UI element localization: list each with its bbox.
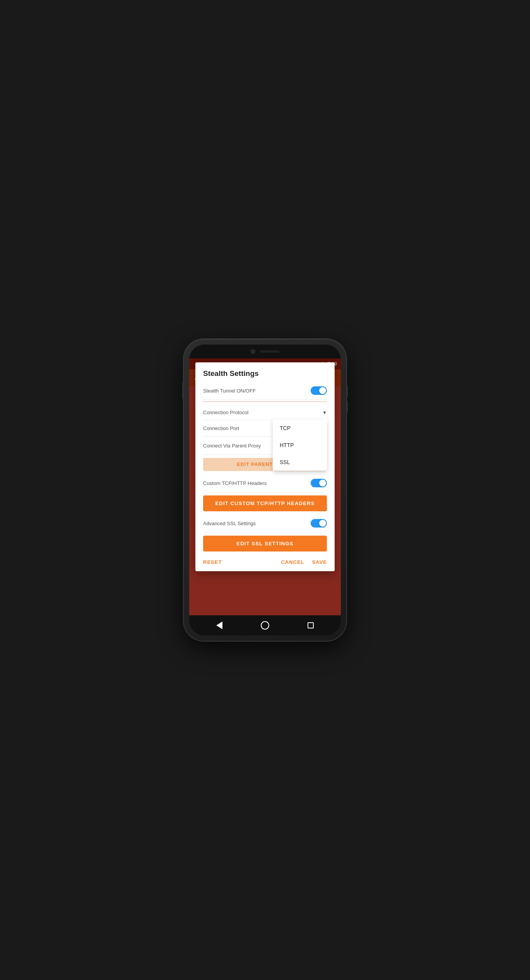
- stealth-settings-dialog: Stealth Settings Stealth Tunnel ON/OFF: [195, 362, 335, 571]
- camera-icon: [251, 349, 255, 354]
- phone-screen: ▼ H↑ 🔋 7:00 AnonyTun STEALTH SETTINGS ⋮ …: [189, 345, 341, 635]
- protocol-option-ssl[interactable]: SSL: [273, 454, 327, 471]
- bottom-navigation: [189, 615, 341, 635]
- parent-proxy-label: Connect Via Parent Proxy: [203, 443, 261, 449]
- custom-headers-label: Custom TCP/HTTP Headers: [203, 480, 267, 486]
- home-button[interactable]: [261, 621, 269, 630]
- phone-top-bar: [189, 345, 341, 359]
- protocol-option-tcp[interactable]: TCP: [273, 420, 327, 437]
- protocol-dropdown-button[interactable]: TCP HTTP SSL ▼: [322, 410, 327, 415]
- protocol-dropdown-menu: TCP HTTP SSL: [273, 420, 327, 471]
- port-label: Connection Port: [203, 425, 239, 431]
- toggle-knob-ssl: [319, 520, 326, 527]
- dialog-title: Stealth Settings: [195, 362, 335, 382]
- stealth-tunnel-toggle[interactable]: [311, 386, 327, 395]
- speaker: [260, 350, 279, 353]
- section-divider: [203, 401, 327, 402]
- dialog-footer: RESET CANCEL SAVE: [195, 555, 335, 571]
- protocol-option-http[interactable]: HTTP: [273, 437, 327, 454]
- custom-headers-toggle[interactable]: [311, 479, 327, 487]
- advanced-ssl-toggle[interactable]: [311, 519, 327, 528]
- toggle-knob: [319, 387, 326, 394]
- stealth-tunnel-row: Stealth Tunnel ON/OFF: [203, 382, 327, 400]
- connection-protocol-row: Connection Protocol TCP HTTP SSL ▼: [203, 405, 327, 420]
- volume-up-button[interactable]: [346, 386, 348, 397]
- dialog-body: Stealth Tunnel ON/OFF Connection Protoco…: [195, 382, 335, 555]
- edit-ssl-settings-button[interactable]: EDIT SSL SETTINGS: [203, 536, 327, 551]
- screen: ▼ H↑ 🔋 7:00 AnonyTun STEALTH SETTINGS ⋮ …: [189, 359, 341, 615]
- edit-custom-headers-button[interactable]: EDIT CUSTOM TCP/HTTP HEADERS: [203, 495, 327, 511]
- footer-right-buttons: CANCEL SAVE: [281, 559, 327, 565]
- custom-headers-row: Custom TCP/HTTP Headers: [203, 474, 327, 492]
- power-button[interactable]: [182, 382, 184, 399]
- advanced-ssl-row: Advanced SSL Settings: [203, 514, 327, 533]
- recents-button[interactable]: [308, 622, 314, 628]
- stealth-tunnel-label: Stealth Tunnel ON/OFF: [203, 388, 256, 394]
- save-button[interactable]: SAVE: [312, 559, 327, 565]
- back-button[interactable]: [216, 621, 222, 629]
- toggle-knob-headers: [319, 480, 326, 487]
- advanced-ssl-label: Advanced SSL Settings: [203, 521, 256, 526]
- cancel-button[interactable]: CANCEL: [281, 559, 304, 565]
- dropdown-arrow-icon: ▼: [322, 410, 327, 415]
- phone-device: ▼ H↑ 🔋 7:00 AnonyTun STEALTH SETTINGS ⋮ …: [184, 339, 346, 641]
- reset-button[interactable]: RESET: [203, 559, 222, 565]
- volume-down-button[interactable]: [346, 401, 348, 413]
- protocol-label: Connection Protocol: [203, 410, 248, 415]
- modal-overlay: Stealth Settings Stealth Tunnel ON/OFF: [189, 359, 341, 615]
